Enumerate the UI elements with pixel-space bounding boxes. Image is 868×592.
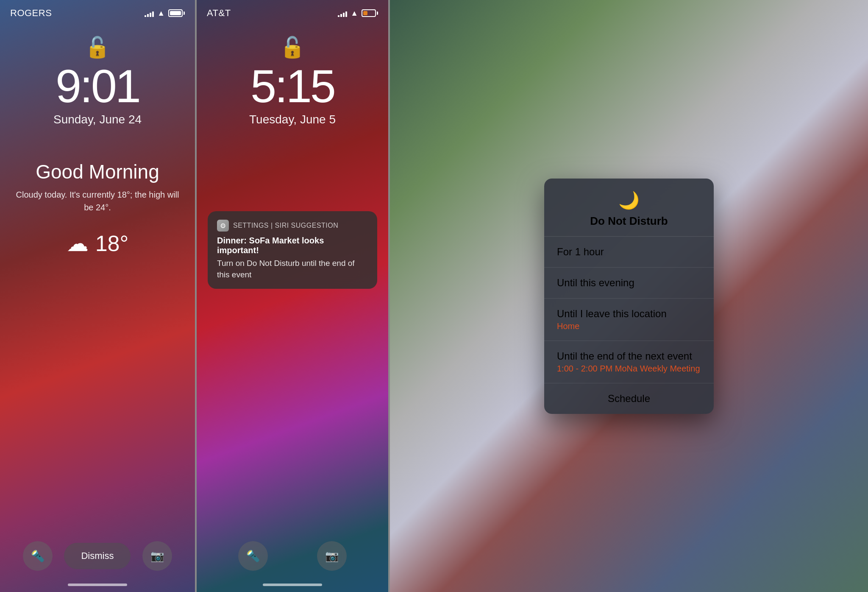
carrier-2: AT&T: [207, 8, 231, 19]
dnd-schedule-label: Schedule: [608, 393, 650, 404]
dnd-menu[interactable]: 🌙 Do Not Disturb For 1 hour Until this e…: [544, 179, 714, 414]
dnd-title: Do Not Disturb: [590, 215, 668, 228]
status-bar-2: AT&T ▲: [197, 0, 388, 19]
time-2: 5:15: [250, 63, 334, 109]
notification-card[interactable]: ⚙ SETTINGS | SIRI SUGGESTION Dinner: SoF…: [208, 211, 377, 289]
flashlight-button-2[interactable]: 🔦: [238, 541, 268, 571]
notif-header: ⚙ SETTINGS | SIRI SUGGESTION: [217, 220, 368, 232]
notif-title: Dinner: SoFa Market looks important!: [217, 236, 368, 255]
status-icons-2: ▲: [338, 9, 378, 18]
lock-icon-1: 🔓: [85, 36, 110, 59]
dnd-schedule-button[interactable]: Schedule: [544, 383, 714, 414]
notif-body: Turn on Do Not Disturb until the end of …: [217, 258, 368, 280]
status-icons-1: ▲: [145, 9, 185, 18]
greeting-section: Good Morning Cloudy today. It's currentl…: [0, 160, 195, 214]
dnd-option-next-event[interactable]: Until the end of the next event 1:00 - 2…: [544, 341, 714, 383]
dnd-option-location[interactable]: Until I leave this location Home: [544, 299, 714, 341]
dnd-option-1-hour[interactable]: For 1 hour: [544, 237, 714, 268]
carrier-1: ROGERS: [10, 8, 52, 19]
bottom-bar-2: 🔦 📷: [197, 541, 388, 571]
weather-section: ☁ 18°: [67, 231, 129, 256]
settings-icon: ⚙: [217, 220, 229, 232]
notif-source: SETTINGS | SIRI SUGGESTION: [233, 222, 338, 229]
cloud-icon: ☁: [67, 231, 89, 256]
home-indicator-2: [263, 584, 322, 586]
greeting-text: Good Morning: [13, 160, 182, 183]
panel-3-dnd: 🌙 Do Not Disturb For 1 hour Until this e…: [390, 0, 868, 592]
moon-icon: 🌙: [618, 190, 640, 210]
lock-icon-2: 🔓: [280, 36, 305, 59]
date-1: Sunday, June 24: [53, 113, 142, 126]
dnd-option-this-evening-label: Until this evening: [557, 277, 634, 288]
greeting-sub: Cloudy today. It's currently 18°; the hi…: [13, 188, 182, 214]
battery-icon-2: [362, 9, 378, 17]
camera-button-2[interactable]: 📷: [317, 541, 347, 571]
dnd-option-location-sub: Home: [557, 321, 701, 331]
wifi-icon-1: ▲: [157, 9, 165, 18]
panel-2-notification: AT&T ▲ 🔓 5:15 Tuesday, June 5 ⚙ SETT: [195, 0, 390, 592]
home-indicator-1: [68, 584, 127, 586]
date-2: Tuesday, June 5: [249, 113, 336, 126]
signal-icon-1: [145, 9, 154, 17]
dnd-option-location-label: Until I leave this location: [557, 308, 701, 320]
bottom-bar-1: 🔦 Dismiss 📷: [0, 541, 195, 571]
dnd-option-this-evening[interactable]: Until this evening: [544, 268, 714, 299]
dnd-option-1-hour-label: For 1 hour: [557, 246, 604, 257]
temperature-1: 18°: [95, 231, 129, 256]
signal-icon-2: [338, 9, 347, 17]
flashlight-button[interactable]: 🔦: [23, 541, 53, 571]
wifi-icon-2: ▲: [351, 9, 358, 18]
dnd-option-next-event-label: Until the end of the next event: [557, 350, 701, 362]
panel-1-lockscreen: ROGERS ▲ 🔓 9:01 Sunday, June 24 Good Mor…: [0, 0, 195, 592]
dnd-option-next-event-sub: 1:00 - 2:00 PM MoNa Weekly Meeting: [557, 364, 701, 374]
dismiss-button[interactable]: Dismiss: [64, 543, 131, 569]
time-1: 9:01: [56, 63, 139, 109]
dnd-header: 🌙 Do Not Disturb: [544, 179, 714, 237]
camera-button-1[interactable]: 📷: [142, 541, 172, 571]
battery-icon-1: [168, 9, 185, 17]
status-bar-1: ROGERS ▲: [0, 0, 195, 19]
